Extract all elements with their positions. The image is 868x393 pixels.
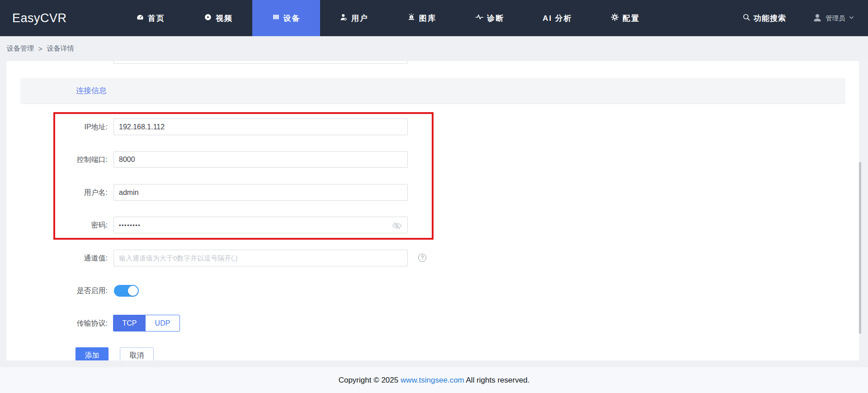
eye-off-icon[interactable]: [392, 220, 402, 231]
nav-item-label: 图库: [419, 13, 436, 24]
vertical-scrollbar-thumb[interactable]: [859, 162, 861, 334]
nav-item-video[interactable]: 视频: [184, 0, 252, 36]
top-nav: EasyCVR 首页 视频 设备 用户 图库 诊断 AI 分析: [0, 0, 868, 36]
main-menu: 首页 视频 设备 用户 图库 诊断 AI 分析 配置: [117, 0, 659, 36]
search-label: 功能搜索: [754, 13, 786, 24]
question-circle-icon[interactable]: ?: [418, 254, 426, 262]
nav-item-label: 用户: [351, 13, 368, 24]
alarm-beacon-icon: [407, 13, 415, 24]
function-search[interactable]: 功能搜索: [742, 0, 786, 36]
breadcrumb: 设备管理 > 设备详情: [0, 36, 868, 61]
nav-item-label: 设备: [283, 13, 301, 24]
user-label: 管理员: [826, 14, 845, 23]
nav-item-config[interactable]: 配置: [591, 0, 659, 36]
search-icon: [742, 13, 750, 24]
nav-item-label: 首页: [148, 13, 165, 24]
breadcrumb-separator: >: [38, 45, 42, 52]
protocol-switch: TCP UDP: [113, 315, 180, 331]
ip-address-input[interactable]: [113, 118, 408, 135]
toggle-knob: [128, 286, 138, 296]
nav-item-gallery[interactable]: 图库: [388, 0, 456, 36]
connection-info-section-header: 连接信息: [20, 78, 845, 104]
nav-item-label: 配置: [623, 13, 640, 24]
user-icon: [340, 13, 348, 24]
scrolled-input-remnant: [113, 61, 408, 64]
breadcrumb-device-management[interactable]: 设备管理: [7, 44, 34, 53]
chevron-down-icon: [849, 14, 854, 22]
app-logo: EasyCVR: [12, 0, 67, 36]
gear-icon: [611, 13, 619, 24]
pulse-icon: [475, 13, 484, 24]
nav-item-ai-analysis[interactable]: AI 分析: [524, 0, 591, 36]
copyright-text: Copyright © 2025: [339, 376, 401, 385]
nav-item-diagnosis[interactable]: 诊断: [456, 0, 524, 36]
footer-strip: Copyright © 2025 www.tsingsee.com All ri…: [0, 360, 868, 393]
enable-toggle[interactable]: [114, 285, 139, 297]
nav-item-home[interactable]: 首页: [117, 0, 184, 36]
admin-avatar-icon: [812, 13, 822, 24]
device-icon: [272, 13, 280, 23]
rights-text: All rights reserved.: [464, 376, 530, 385]
section-title: 连接信息: [76, 78, 107, 104]
play-circle-icon: [204, 13, 212, 24]
footer-link[interactable]: www.tsingsee.com: [401, 376, 464, 385]
dashboard-icon: [136, 13, 144, 24]
protocol-option-udp[interactable]: UDP: [146, 315, 179, 331]
nav-item-label: 视频: [216, 13, 233, 24]
ip-address-label: IP地址:: [18, 118, 108, 135]
protocol-label: 传输协议:: [18, 315, 108, 331]
password-input[interactable]: [113, 217, 408, 233]
nav-item-label: 诊断: [487, 13, 505, 24]
user-menu[interactable]: 管理员: [812, 0, 854, 36]
password-label: 密码:: [18, 217, 108, 233]
control-port-input[interactable]: [113, 151, 408, 168]
enable-label: 是否启用:: [18, 285, 108, 297]
breadcrumb-device-detail: 设备详情: [47, 44, 74, 53]
footer: Copyright © 2025 www.tsingsee.com All ri…: [0, 367, 868, 393]
control-port-label: 控制端口:: [18, 151, 108, 168]
channel-value-input[interactable]: [113, 250, 408, 266]
username-input[interactable]: [113, 184, 408, 201]
nav-item-device[interactable]: 设备: [252, 0, 320, 36]
channel-value-label: 通道值:: [18, 250, 108, 266]
nav-item-user[interactable]: 用户: [320, 0, 388, 36]
protocol-option-tcp[interactable]: TCP: [113, 315, 146, 331]
nav-item-label: AI 分析: [542, 13, 572, 24]
username-label: 用户名:: [18, 184, 108, 201]
